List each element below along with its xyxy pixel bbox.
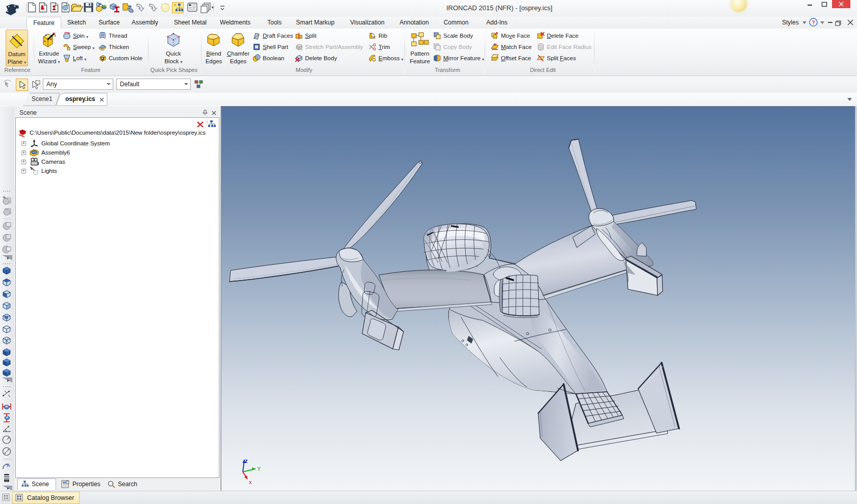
svg-text:Y: Y (257, 466, 261, 472)
svg-text:?: ? (812, 19, 815, 26)
svg-text:*: * (207, 120, 208, 125)
svg-text:x: x (249, 479, 252, 485)
svg-text:z: z (245, 458, 248, 464)
svg-text:✳: ✳ (173, 3, 177, 8)
svg-text:A: A (7, 463, 10, 468)
